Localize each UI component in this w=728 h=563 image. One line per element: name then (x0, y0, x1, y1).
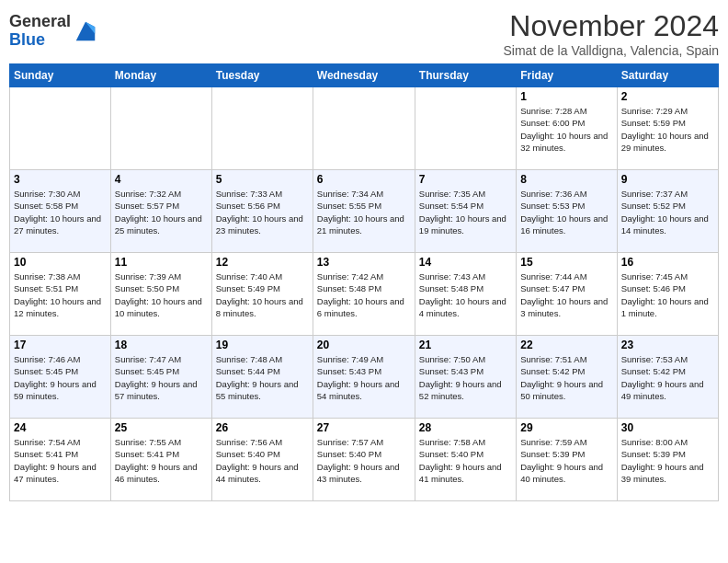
calendar-cell: 7Sunrise: 7:35 AM Sunset: 5:54 PM Daylig… (415, 170, 516, 253)
calendar-cell: 17Sunrise: 7:46 AM Sunset: 5:45 PM Dayli… (10, 336, 111, 419)
calendar-cell: 11Sunrise: 7:39 AM Sunset: 5:50 PM Dayli… (110, 253, 211, 336)
day-number: 1 (520, 90, 612, 103)
weekday-header-sunday: Sunday (10, 64, 111, 87)
weekday-header-saturday: Saturday (617, 64, 718, 87)
calendar-cell (110, 87, 211, 170)
page-header: General Blue November 2024 Simat de la V… (9, 9, 719, 58)
day-info: Sunrise: 7:30 AM Sunset: 5:58 PM Dayligh… (14, 188, 107, 236)
day-number: 13 (317, 256, 411, 269)
calendar-cell: 6Sunrise: 7:34 AM Sunset: 5:55 PM Daylig… (313, 170, 415, 253)
day-info: Sunrise: 7:53 AM Sunset: 5:42 PM Dayligh… (621, 353, 714, 402)
calendar-cell: 13Sunrise: 7:42 AM Sunset: 5:48 PM Dayli… (313, 253, 415, 336)
day-info: Sunrise: 7:59 AM Sunset: 5:39 PM Dayligh… (520, 436, 612, 485)
calendar-week-1: 1Sunrise: 7:28 AM Sunset: 6:00 PM Daylig… (10, 87, 719, 170)
day-number: 14 (419, 256, 512, 269)
calendar-cell: 23Sunrise: 7:53 AM Sunset: 5:42 PM Dayli… (617, 336, 718, 419)
day-number: 9 (621, 173, 714, 186)
logo-blue: Blue (9, 30, 45, 49)
day-number: 10 (14, 256, 107, 269)
day-number: 29 (520, 421, 612, 434)
day-number: 8 (520, 173, 612, 186)
day-number: 6 (317, 173, 411, 186)
weekday-header-wednesday: Wednesday (313, 64, 415, 87)
calendar-week-2: 3Sunrise: 7:30 AM Sunset: 5:58 PM Daylig… (10, 170, 719, 253)
location: Simat de la Valldigna, Valencia, Spain (503, 43, 719, 58)
day-info: Sunrise: 7:43 AM Sunset: 5:48 PM Dayligh… (419, 270, 512, 319)
day-number: 4 (115, 173, 208, 186)
day-info: Sunrise: 7:34 AM Sunset: 5:55 PM Dayligh… (317, 188, 411, 236)
day-number: 18 (115, 339, 208, 351)
calendar-cell: 22Sunrise: 7:51 AM Sunset: 5:42 PM Dayli… (517, 336, 617, 419)
day-number: 5 (216, 173, 309, 186)
day-info: Sunrise: 7:58 AM Sunset: 5:40 PM Dayligh… (419, 436, 512, 485)
day-info: Sunrise: 7:38 AM Sunset: 5:51 PM Dayligh… (14, 270, 107, 319)
calendar-cell: 25Sunrise: 7:55 AM Sunset: 5:41 PM Dayli… (110, 419, 211, 501)
weekday-header-friday: Friday (517, 64, 617, 87)
calendar-cell: 15Sunrise: 7:44 AM Sunset: 5:47 PM Dayli… (517, 253, 617, 336)
day-number: 19 (216, 339, 309, 351)
day-number: 12 (216, 256, 309, 269)
calendar-cell (10, 87, 111, 170)
day-info: Sunrise: 7:54 AM Sunset: 5:41 PM Dayligh… (14, 436, 107, 485)
svg-marker-0 (76, 22, 96, 41)
day-number: 3 (14, 173, 107, 186)
calendar-cell (415, 87, 516, 170)
calendar-table: SundayMondayTuesdayWednesdayThursdayFrid… (9, 63, 719, 501)
calendar-cell: 9Sunrise: 7:37 AM Sunset: 5:52 PM Daylig… (617, 170, 718, 253)
day-info: Sunrise: 7:55 AM Sunset: 5:41 PM Dayligh… (115, 436, 208, 485)
calendar-cell: 2Sunrise: 7:29 AM Sunset: 5:59 PM Daylig… (617, 87, 718, 170)
calendar-cell: 30Sunrise: 8:00 AM Sunset: 5:39 PM Dayli… (617, 419, 718, 501)
calendar-cell: 8Sunrise: 7:36 AM Sunset: 5:53 PM Daylig… (517, 170, 617, 253)
day-info: Sunrise: 7:57 AM Sunset: 5:40 PM Dayligh… (317, 436, 411, 485)
calendar-week-5: 24Sunrise: 7:54 AM Sunset: 5:41 PM Dayli… (10, 419, 719, 501)
day-number: 27 (317, 421, 411, 434)
day-number: 20 (317, 339, 411, 351)
calendar-week-3: 10Sunrise: 7:38 AM Sunset: 5:51 PM Dayli… (10, 253, 719, 336)
calendar-cell: 19Sunrise: 7:48 AM Sunset: 5:44 PM Dayli… (211, 336, 313, 419)
calendar-cell: 4Sunrise: 7:32 AM Sunset: 5:57 PM Daylig… (110, 170, 211, 253)
calendar-cell: 29Sunrise: 7:59 AM Sunset: 5:39 PM Dayli… (517, 419, 617, 501)
day-number: 7 (419, 173, 512, 186)
calendar-cell: 14Sunrise: 7:43 AM Sunset: 5:48 PM Dayli… (415, 253, 516, 336)
calendar-cell: 21Sunrise: 7:50 AM Sunset: 5:43 PM Dayli… (415, 336, 516, 419)
day-info: Sunrise: 7:32 AM Sunset: 5:57 PM Dayligh… (115, 188, 208, 236)
day-info: Sunrise: 7:42 AM Sunset: 5:48 PM Dayligh… (317, 270, 411, 319)
day-number: 21 (419, 339, 512, 351)
weekday-header-thursday: Thursday (415, 64, 516, 87)
day-number: 25 (115, 421, 208, 434)
day-info: Sunrise: 7:39 AM Sunset: 5:50 PM Dayligh… (115, 270, 208, 319)
day-info: Sunrise: 8:00 AM Sunset: 5:39 PM Dayligh… (621, 436, 714, 485)
day-info: Sunrise: 7:36 AM Sunset: 5:53 PM Dayligh… (520, 188, 612, 236)
day-number: 15 (520, 256, 612, 269)
day-info: Sunrise: 7:33 AM Sunset: 5:56 PM Dayligh… (216, 188, 309, 236)
day-info: Sunrise: 7:49 AM Sunset: 5:43 PM Dayligh… (317, 353, 411, 402)
weekday-header-monday: Monday (110, 64, 211, 87)
day-info: Sunrise: 7:45 AM Sunset: 5:46 PM Dayligh… (621, 270, 714, 319)
day-number: 26 (216, 421, 309, 434)
calendar-cell: 28Sunrise: 7:58 AM Sunset: 5:40 PM Dayli… (415, 419, 516, 501)
day-number: 11 (115, 256, 208, 269)
day-number: 28 (419, 421, 512, 434)
calendar-cell: 26Sunrise: 7:56 AM Sunset: 5:40 PM Dayli… (211, 419, 313, 501)
calendar-cell: 5Sunrise: 7:33 AM Sunset: 5:56 PM Daylig… (211, 170, 313, 253)
day-info: Sunrise: 7:48 AM Sunset: 5:44 PM Dayligh… (216, 353, 309, 402)
day-number: 17 (14, 339, 107, 351)
calendar-body: 1Sunrise: 7:28 AM Sunset: 6:00 PM Daylig… (10, 87, 719, 501)
day-info: Sunrise: 7:46 AM Sunset: 5:45 PM Dayligh… (14, 353, 107, 402)
day-number: 23 (621, 339, 714, 351)
calendar-cell (313, 87, 415, 170)
calendar-cell (211, 87, 313, 170)
logo: General Blue (9, 13, 98, 50)
calendar-cell: 3Sunrise: 7:30 AM Sunset: 5:58 PM Daylig… (10, 170, 111, 253)
calendar-cell: 27Sunrise: 7:57 AM Sunset: 5:40 PM Dayli… (313, 419, 415, 501)
calendar-cell: 18Sunrise: 7:47 AM Sunset: 5:45 PM Dayli… (110, 336, 211, 419)
calendar-cell: 16Sunrise: 7:45 AM Sunset: 5:46 PM Dayli… (617, 253, 718, 336)
day-number: 22 (520, 339, 612, 351)
day-info: Sunrise: 7:29 AM Sunset: 5:59 PM Dayligh… (621, 105, 714, 154)
day-info: Sunrise: 7:37 AM Sunset: 5:52 PM Dayligh… (621, 188, 714, 236)
calendar-cell: 1Sunrise: 7:28 AM Sunset: 6:00 PM Daylig… (517, 87, 617, 170)
day-number: 16 (621, 256, 714, 269)
calendar-cell: 10Sunrise: 7:38 AM Sunset: 5:51 PM Dayli… (10, 253, 111, 336)
day-number: 30 (621, 421, 714, 434)
title-block: November 2024 Simat de la Valldigna, Val… (503, 9, 719, 58)
